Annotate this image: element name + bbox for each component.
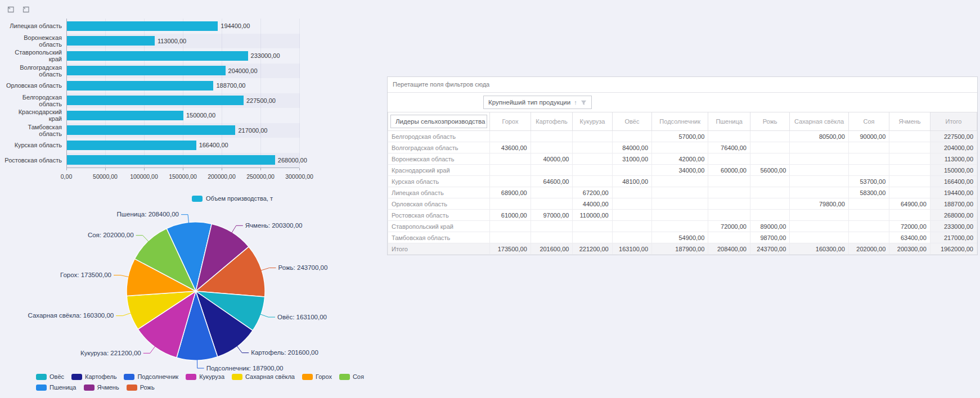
bar-category-label: Белгородская область: [5, 94, 66, 107]
pivot-data-row: Белгородская область57000,0080500,009000…: [388, 131, 977, 142]
pivot-cell: [848, 210, 889, 221]
pivot-total-cell: 268000,00: [930, 210, 977, 221]
pivot-column-header: Горох: [490, 112, 531, 131]
pivot-column-header: Итого: [930, 112, 977, 131]
pivot-cell: 48100,00: [612, 176, 651, 187]
bar[interactable]: [67, 125, 235, 135]
pie-slice-label: Овёс: 163100,00: [277, 314, 327, 320]
pie-legend-item[interactable]: Рожь: [127, 384, 155, 391]
pivot-cell: 61000,00: [490, 210, 531, 221]
pie-legend-label: Овёс: [50, 373, 64, 380]
pivot-cell: 67200,00: [573, 187, 612, 198]
pivot-column-field[interactable]: Крупнейший тип продукции ↑: [483, 96, 592, 109]
bar[interactable]: [67, 141, 196, 150]
axis-tick: [222, 168, 222, 170]
pie-legend-swatch: [124, 374, 134, 380]
pivot-total-row: Итого173500,00201600,00221200,00163100,0…: [388, 243, 977, 255]
pie-legend-swatch: [84, 385, 95, 391]
pivot-row-header: Краснодарский край: [388, 165, 490, 176]
pivot-total-cell: 200300,00: [889, 243, 930, 255]
axis-tick: [183, 168, 183, 170]
pie-legend-item[interactable]: Сахарная свёкла: [232, 373, 295, 380]
pivot-row-header: Ставропольский край: [388, 221, 490, 232]
pivot-cell: 58300,00: [848, 187, 889, 198]
bar[interactable]: [67, 66, 226, 75]
pivot-row-field[interactable]: Лидеры сельхозпроизводства↑: [390, 115, 487, 128]
pivot-cell: [490, 221, 531, 232]
export-icon[interactable]: [6, 4, 16, 15]
bar-category-label: Ставропольский край: [5, 49, 66, 62]
export-item-icon[interactable]: [21, 4, 31, 15]
pivot-cell: [490, 232, 531, 243]
pivot-cell: [750, 187, 789, 198]
pivot-cell: [573, 176, 612, 187]
pie-legend-item[interactable]: Соя: [339, 373, 364, 380]
bar-legend[interactable]: Объем производства, т: [5, 195, 342, 202]
pivot-total-cell: 217000,00: [930, 232, 977, 243]
pie-legend-item[interactable]: Кукуруза: [186, 373, 224, 380]
bar[interactable]: [67, 96, 244, 105]
bar-track: 188700,00: [66, 78, 300, 93]
pivot-column-header: Сахарная свёкла: [790, 112, 848, 131]
pivot-cell: [848, 198, 889, 210]
pivot-cell: [750, 153, 789, 165]
pie-slice-label: Соя: 202000,00: [88, 232, 134, 238]
pie-slice-label: Пшеница: 208400,00: [117, 211, 179, 218]
pivot-cell: [708, 176, 750, 187]
pivot-cell: 60000,00: [708, 165, 750, 176]
pivot-column-header: Овёс: [612, 112, 651, 131]
pivot-cell: 72000,00: [889, 221, 930, 232]
pie-legend-label: Сахарная свёкла: [245, 373, 295, 380]
bar[interactable]: [67, 155, 275, 165]
pivot-cell: [708, 153, 750, 165]
pie-chart: Пшеница: 208400,00Ячмень: 200300,00Рожь:…: [20, 208, 358, 377]
pie-legend-item[interactable]: Горох: [302, 373, 332, 380]
pie-legend-item[interactable]: Овёс: [36, 373, 64, 380]
pie-legend-item[interactable]: Подсолнечник: [124, 373, 178, 380]
pie-legend: ОвёсКартофельПодсолнечникКукурузаСахарна…: [36, 373, 379, 391]
pivot-row-header: Орловская область: [388, 198, 490, 210]
pie-label-connector: [231, 225, 242, 233]
pivot-cell: [889, 187, 930, 198]
bar-value-label: 217000,00: [238, 127, 267, 134]
bar[interactable]: [67, 36, 155, 46]
pivot-cell: [490, 165, 531, 176]
pivot-data-row: Ставропольский край72000,0089000,0072000…: [388, 221, 977, 232]
pie-label-connector: [237, 346, 249, 353]
bar-row: Белгородская область227500,00: [5, 93, 342, 108]
bar-value-label: 194400,00: [221, 22, 250, 29]
pie-legend-item[interactable]: Пшеница: [36, 384, 77, 391]
pivot-row-field-label: Лидеры сельхозпроизводства: [395, 118, 485, 125]
pivot-data-row: Тамбовская область54900,0098700,0063400,…: [388, 232, 977, 243]
axis-tick-label: 300000,00: [285, 173, 313, 180]
pivot-cell: [573, 165, 612, 176]
pie-legend-item[interactable]: Ячмень: [84, 384, 119, 391]
bar[interactable]: [67, 81, 213, 91]
pivot-cell: 89000,00: [750, 221, 789, 232]
bar-row: Волгоградская область204000,00: [5, 64, 342, 79]
funnel-icon[interactable]: [581, 100, 587, 106]
pie-label-connector: [260, 314, 275, 317]
pivot-cell: [708, 187, 750, 198]
pivot-cell: [708, 131, 750, 142]
pivot-filter-area[interactable]: Перетащите поля фильтров сюда: [388, 77, 977, 93]
bar[interactable]: [67, 51, 248, 61]
bar-category-label: Липецкая область: [5, 22, 66, 29]
pivot-data-row: Орловская область44000,0079800,0064900,0…: [388, 198, 977, 210]
pivot-cell: [848, 232, 889, 243]
bar-plot: Липецкая область194400,00Воронежская обл…: [5, 19, 342, 168]
pivot-cell: 79800,00: [790, 198, 848, 210]
pie-legend-item[interactable]: Картофель: [71, 373, 116, 380]
pie-legend-label: Горох: [316, 373, 332, 380]
bar-category-label: Волгоградская область: [5, 64, 66, 78]
bar-value-label: 268000,00: [278, 157, 307, 164]
bar[interactable]: [67, 111, 183, 120]
pivot-cell: 110000,00: [573, 210, 612, 221]
arrow-up-icon[interactable]: ↑: [574, 99, 577, 106]
pivot-cell: 53700,00: [848, 176, 889, 187]
bar-row: Воронежская область113000,00: [5, 34, 342, 49]
bar-track: 204000,00: [66, 64, 300, 79]
axis-tick-label: 0,00: [61, 173, 72, 180]
bar[interactable]: [67, 21, 218, 31]
pivot-cell: [848, 142, 889, 153]
